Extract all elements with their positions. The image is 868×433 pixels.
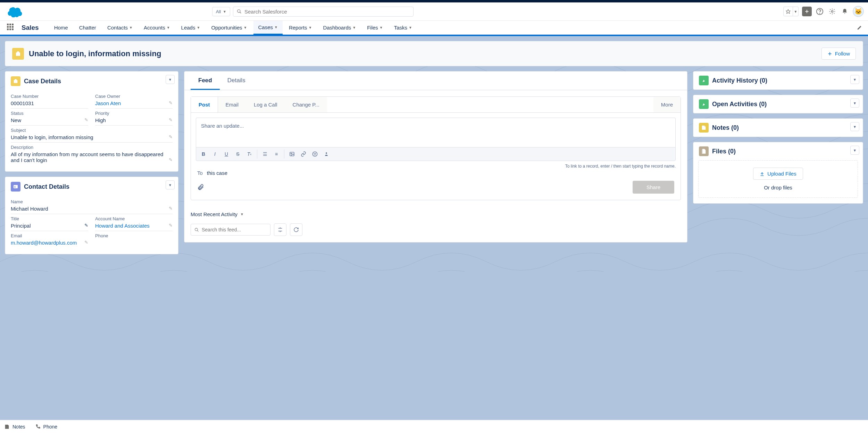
publisher-tab-email[interactable]: Email — [218, 97, 247, 112]
contact-details-icon — [11, 182, 20, 192]
edit-icon[interactable]: ✎ — [169, 157, 173, 162]
attach-icon[interactable] — [197, 184, 204, 191]
field-label: Account Name — [95, 216, 173, 221]
notes-title: Notes (0) — [712, 124, 739, 131]
upload-label: Upload Files — [767, 171, 796, 177]
case-details-icon — [11, 76, 20, 86]
svg-point-17 — [326, 152, 327, 154]
case-owner-link[interactable]: Jason Aten — [95, 100, 121, 106]
svg-point-14 — [312, 152, 317, 156]
nav-tasks[interactable]: Tasks▼ — [389, 21, 417, 35]
search-scope-dropdown[interactable]: All ▼ — [212, 7, 230, 16]
contact-name-value: Michael Howard — [11, 206, 173, 212]
svg-line-1 — [240, 12, 241, 14]
bullet-list-icon[interactable]: ☰ — [260, 149, 270, 159]
edit-icon[interactable]: ✎ — [169, 117, 173, 122]
nav-chatter[interactable]: Chatter — [74, 21, 101, 35]
tab-details[interactable]: Details — [220, 71, 253, 90]
nav-opportunities[interactable]: Opportunities▼ — [206, 21, 252, 35]
publisher-tab-more[interactable]: More — [653, 97, 681, 112]
edit-icon[interactable]: ✎ — [169, 223, 173, 228]
mention-icon[interactable] — [321, 149, 332, 159]
nav-leads[interactable]: Leads▼ — [176, 21, 205, 35]
share-button[interactable]: Share — [633, 181, 674, 194]
svg-rect-10 — [14, 185, 18, 188]
contact-title-value: Principal — [11, 223, 88, 229]
field-label: Email — [11, 233, 88, 238]
nav-accounts[interactable]: Accounts▼ — [139, 21, 175, 35]
contact-details-menu[interactable]: ▼ — [166, 180, 175, 189]
edit-icon[interactable]: ✎ — [84, 223, 88, 228]
user-avatar[interactable]: 🐱 — [853, 6, 864, 17]
field-label: Name — [11, 199, 173, 204]
feed-refresh-button[interactable] — [290, 223, 302, 236]
edit-nav-icon[interactable] — [857, 25, 862, 30]
edit-icon[interactable]: ✎ — [169, 100, 173, 105]
app-launcher-icon[interactable] — [7, 24, 15, 32]
feed-filter-button[interactable] — [274, 223, 286, 236]
subject-value: Unable to login, information missing — [11, 134, 173, 140]
nav-reports[interactable]: Reports▼ — [284, 21, 317, 35]
image-icon[interactable] — [287, 149, 297, 159]
edit-icon[interactable]: ✎ — [84, 117, 88, 122]
svg-point-16 — [315, 153, 316, 153]
contact-details-title: Contact Details — [24, 183, 69, 190]
notes-menu[interactable]: ▼ — [850, 122, 859, 131]
chevron-down-icon: ▼ — [409, 26, 412, 29]
field-label: Priority — [95, 111, 173, 116]
chevron-down-icon: ▼ — [352, 26, 356, 29]
underline-icon[interactable]: U — [221, 149, 232, 159]
edit-icon[interactable]: ✎ — [169, 134, 173, 139]
strikethrough-icon[interactable]: S — [233, 149, 243, 159]
svg-point-7 — [831, 11, 833, 12]
publisher-tab-post[interactable]: Post — [191, 97, 218, 112]
nav-home[interactable]: Home — [49, 21, 73, 35]
field-label: Description — [11, 145, 173, 150]
description-value: All of my information from my account se… — [11, 151, 173, 163]
drop-text: Or drop files — [706, 185, 851, 190]
files-menu[interactable]: ▼ — [850, 146, 859, 155]
nav-cases[interactable]: Cases▼ — [253, 21, 283, 35]
settings-icon[interactable] — [828, 7, 837, 16]
edit-icon[interactable]: ✎ — [84, 240, 88, 245]
to-value: this case — [207, 170, 227, 176]
notifications-icon[interactable] — [840, 7, 849, 16]
edit-icon[interactable]: ✎ — [169, 206, 173, 211]
feed-sort-dropdown[interactable]: Most Recent Activity ▼ — [191, 211, 681, 217]
publisher-tab-log-call[interactable]: Log a Call — [246, 97, 285, 112]
field-label: Subject — [11, 128, 173, 133]
emoji-icon[interactable] — [310, 149, 320, 159]
app-name: Sales — [22, 24, 39, 32]
email-link[interactable]: m.howard@howardplus.com — [11, 240, 77, 246]
global-add-button[interactable] — [802, 7, 812, 16]
help-icon[interactable] — [815, 7, 824, 16]
svg-point-0 — [237, 10, 240, 12]
nav-contacts[interactable]: Contacts▼ — [102, 21, 137, 35]
global-search-input[interactable] — [244, 9, 410, 15]
open-activities-menu[interactable]: ▼ — [850, 99, 859, 108]
upload-files-button[interactable]: Upload Files — [753, 168, 803, 180]
chevron-down-icon: ▼ — [274, 25, 278, 29]
bold-icon[interactable]: B — [198, 149, 209, 159]
case-details-menu[interactable]: ▼ — [166, 75, 175, 84]
italic-icon[interactable]: I — [210, 149, 220, 159]
link-icon[interactable] — [298, 149, 309, 159]
favorite-dropdown[interactable]: ▼ — [793, 7, 799, 16]
account-link[interactable]: Howard and Associates — [95, 223, 150, 229]
clear-format-icon[interactable]: Tx — [244, 149, 254, 159]
salesforce-logo[interactable] — [4, 5, 25, 18]
search-icon — [237, 9, 242, 14]
page-header: Unable to login, information missing Fol… — [5, 41, 863, 66]
svg-point-18 — [195, 228, 198, 231]
number-list-icon[interactable]: ≡ — [271, 149, 282, 159]
activity-history-menu[interactable]: ▼ — [850, 75, 859, 84]
favorite-button[interactable] — [783, 7, 793, 16]
follow-button[interactable]: Follow — [821, 48, 856, 60]
nav-files[interactable]: Files▼ — [362, 21, 388, 35]
nav-dashboards[interactable]: Dashboards▼ — [318, 21, 361, 35]
composer-textarea[interactable]: Share an update... — [196, 118, 676, 147]
feed-search-input[interactable] — [202, 227, 267, 232]
tab-feed[interactable]: Feed — [191, 71, 220, 90]
search-icon — [194, 228, 199, 232]
publisher-tab-change[interactable]: Change P... — [285, 97, 327, 112]
